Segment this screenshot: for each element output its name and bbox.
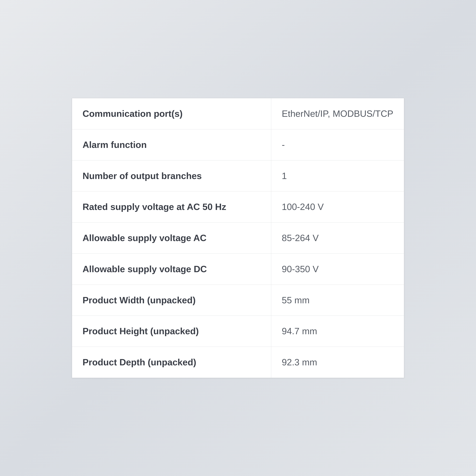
table-row: Allowable supply voltage AC85-264 V xyxy=(72,222,404,254)
spec-value: 90-350 V xyxy=(271,254,404,285)
spec-label: Number of output branches xyxy=(72,160,271,191)
spec-label: Communication port(s) xyxy=(72,98,271,129)
specs-table: Communication port(s)EtherNet/IP, MODBUS… xyxy=(72,98,404,378)
spec-label: Allowable supply voltage AC xyxy=(72,222,271,254)
table-row: Rated supply voltage at AC 50 Hz100-240 … xyxy=(72,191,404,222)
spec-label: Rated supply voltage at AC 50 Hz xyxy=(72,191,271,222)
spec-value: 94.7 mm xyxy=(271,316,404,347)
spec-label: Product Width (unpacked) xyxy=(72,285,271,316)
spec-label: Product Height (unpacked) xyxy=(72,316,271,347)
spec-value: - xyxy=(271,129,404,160)
table-row: Product Height (unpacked)94.7 mm xyxy=(72,316,404,347)
table-row: Alarm function- xyxy=(72,129,404,160)
spec-label: Alarm function xyxy=(72,129,271,160)
spec-value: 1 xyxy=(271,160,404,191)
spec-label: Allowable supply voltage DC xyxy=(72,254,271,285)
spec-value: 100-240 V xyxy=(271,191,404,222)
specs-table-container: Communication port(s)EtherNet/IP, MODBUS… xyxy=(72,98,404,378)
spec-label: Product Depth (unpacked) xyxy=(72,347,271,378)
table-row: Product Depth (unpacked)92.3 mm xyxy=(72,347,404,378)
table-row: Number of output branches1 xyxy=(72,160,404,191)
table-row: Communication port(s)EtherNet/IP, MODBUS… xyxy=(72,98,404,129)
table-row: Allowable supply voltage DC90-350 V xyxy=(72,254,404,285)
table-row: Product Width (unpacked)55 mm xyxy=(72,285,404,316)
spec-value: 55 mm xyxy=(271,285,404,316)
spec-value: 92.3 mm xyxy=(271,347,404,378)
spec-value: EtherNet/IP, MODBUS/TCP xyxy=(271,98,404,129)
spec-value: 85-264 V xyxy=(271,222,404,254)
